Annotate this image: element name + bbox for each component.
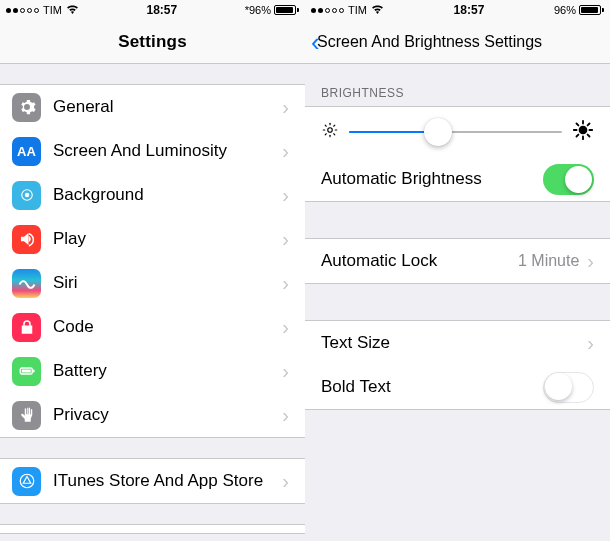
svg-line-21 [588,135,590,137]
gear-icon [12,93,41,122]
status-bar: TIM 18:57 96% [305,0,610,20]
row-sounds[interactable]: Play › [0,217,305,261]
wifi-icon [66,4,79,16]
row-privacy[interactable]: Privacy › [0,393,305,437]
row-label: Automatic Lock [321,251,518,271]
row-label: Screen And Luminosity [53,141,282,161]
siri-icon [12,269,41,298]
text-size-icon: AA [12,137,41,166]
row-battery[interactable]: Battery › [0,349,305,393]
sun-high-icon [572,119,594,145]
row-label: General [53,97,282,117]
chevron-right-icon: › [282,96,289,119]
row-value: 1 Minute [518,252,579,270]
battery-pct-label: 96% [554,4,576,16]
svg-point-1 [24,193,29,198]
nav-bar: ‹ Screen And Brightness Settings [305,20,610,64]
row-label: Automatic Brightness [321,169,543,189]
row-display[interactable]: AA Screen And Luminosity › [0,129,305,173]
chevron-right-icon: › [587,250,594,273]
brightness-content[interactable]: BRIGHTNESS Automatic Brightness [305,64,610,541]
row-label: Background [53,185,282,205]
sun-low-icon [321,121,339,143]
row-label: ITunes Store And App Store [53,471,282,491]
chevron-right-icon: › [282,470,289,493]
row-label: Play [53,229,282,249]
signal-strength-icon [311,8,344,13]
bold-text-toggle[interactable] [543,372,594,403]
svg-point-15 [579,126,586,133]
chevron-right-icon: › [282,228,289,251]
slider-thumb[interactable] [424,118,452,146]
battery-pct-label: *96% [245,4,271,16]
battery-icon [274,5,299,15]
auto-brightness-toggle[interactable] [543,164,594,195]
signal-strength-icon [6,8,39,13]
battery-icon [579,5,604,15]
appstore-icon [12,467,41,496]
svg-line-23 [588,123,590,125]
chevron-right-icon: › [282,404,289,427]
settings-root-screen: TIM 18:57 *96% Settings General › [0,0,305,541]
row-auto-lock[interactable]: Automatic Lock 1 Minute › [305,239,610,283]
row-label: Battery [53,361,282,381]
svg-line-13 [325,134,326,135]
svg-line-22 [576,135,578,137]
battery-row-icon [12,357,41,386]
section-header-brightness: BRIGHTNESS [305,64,610,106]
row-siri[interactable]: Siri › [0,261,305,305]
row-general[interactable]: General › [0,85,305,129]
brightness-slider-row [305,107,610,157]
brightness-settings-screen: TIM 18:57 96% ‹ Screen And Brightness Se… [305,0,610,541]
page-title: Screen And Brightness Settings [317,33,542,51]
status-bar: TIM 18:57 *96% [0,0,305,20]
svg-line-14 [334,125,335,126]
chevron-right-icon: › [282,316,289,339]
svg-line-20 [576,123,578,125]
row-code[interactable]: Code › [0,305,305,349]
speaker-icon [12,225,41,254]
chevron-right-icon: › [282,272,289,295]
row-wallpaper[interactable]: Background › [0,173,305,217]
row-auto-brightness: Automatic Brightness [305,157,610,201]
clock-label: 18:57 [146,3,177,17]
chevron-right-icon: › [282,140,289,163]
carrier-label: TIM [43,4,62,16]
chevron-left-icon: ‹ [311,29,320,55]
chevron-right-icon: › [587,332,594,355]
nav-bar: Settings [0,20,305,64]
row-bold-text: Bold Text [305,365,610,409]
wifi-icon [371,4,384,16]
row-itunes-store[interactable]: ITunes Store And App Store › [0,459,305,503]
carrier-label: TIM [348,4,367,16]
row-text-size[interactable]: Text Size › [305,321,610,365]
row-label: Code [53,317,282,337]
page-title: Settings [118,32,187,52]
chevron-right-icon: › [282,184,289,207]
back-button[interactable]: ‹ [311,29,322,55]
svg-point-6 [328,128,333,133]
svg-line-11 [325,125,326,126]
hand-icon [12,401,41,430]
svg-rect-4 [21,370,30,373]
svg-line-12 [334,134,335,135]
settings-list[interactable]: General › AA Screen And Luminosity › Bac… [0,64,305,541]
brightness-slider[interactable] [349,131,562,133]
lock-icon [12,313,41,342]
svg-rect-3 [33,370,35,373]
row-label: Siri [53,273,282,293]
chevron-right-icon: › [282,360,289,383]
row-label: Text Size [321,333,587,353]
row-label: Bold Text [321,377,543,397]
clock-label: 18:57 [454,3,485,17]
wallpaper-icon [12,181,41,210]
row-label: Privacy [53,405,282,425]
